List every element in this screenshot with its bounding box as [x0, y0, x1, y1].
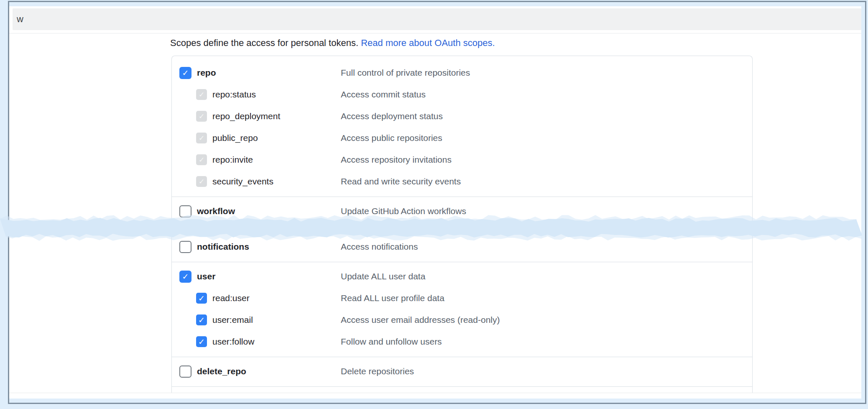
- scopes-list: ✓repoFull control of private repositorie…: [171, 56, 753, 393]
- note-input[interactable]: [13, 8, 861, 30]
- check-icon: ✓: [198, 316, 205, 324]
- checkbox-repo[interactable]: ✓: [179, 67, 191, 79]
- scopes-heading: Scopes define the access for personal to…: [170, 37, 495, 49]
- check-icon: ✓: [199, 178, 204, 185]
- check-icon: ✓: [199, 156, 204, 164]
- scope-description: Update ALL user data: [341, 271, 425, 281]
- scope-row-workflow: workflowUpdate GitHub Action workflows: [172, 200, 752, 222]
- checkbox-delete_repo[interactable]: [179, 366, 191, 378]
- check-icon: ✓: [199, 113, 204, 120]
- scope-group-notifications: notificationsAccess notifications: [172, 233, 752, 262]
- scope-description: Full control of private repositories: [341, 68, 470, 78]
- scope-label: user:follow: [212, 337, 254, 347]
- screen: Scopes define the access for personal to…: [0, 0, 868, 409]
- scope-description: Access notifications: [341, 242, 418, 252]
- scope-row-notifications: notificationsAccess notifications: [172, 236, 752, 258]
- checkbox-repo:invite: ✓: [196, 154, 207, 165]
- scope-group-user: ✓userUpdate ALL user data✓read:userRead …: [172, 262, 752, 357]
- scope-description: Access deployment status: [341, 111, 443, 121]
- scope-group-repo: ✓repoFull control of private repositorie…: [172, 59, 752, 197]
- page-bottom-divider: [9, 393, 861, 393]
- scope-row-public_repo: ✓public_repoAccess public repositories: [172, 127, 752, 149]
- checkbox-security_events: ✓: [196, 176, 207, 187]
- scope-row-read:user: ✓read:userRead ALL user profile data: [172, 287, 752, 309]
- scopes-heading-text: Scopes define the access for personal to…: [170, 38, 358, 48]
- scope-label: read:user: [212, 293, 250, 303]
- scope-description: Access commit status: [341, 89, 426, 100]
- scope-description: Update GitHub Action workflows: [341, 206, 466, 216]
- check-icon: ✓: [199, 91, 204, 98]
- scope-label: repo:status: [212, 89, 256, 100]
- checkbox-workflow[interactable]: [179, 205, 191, 217]
- scope-row-user:follow: ✓user:followFollow and unfollow users: [172, 331, 752, 353]
- scope-label: notifications: [197, 242, 249, 252]
- scope-divider: [172, 386, 752, 387]
- header-divider: [9, 33, 861, 33]
- scope-description: Access user email addresses (read-only): [341, 315, 500, 325]
- scope-description: Access public repositories: [341, 133, 442, 143]
- scope-description: Follow and unfollow users: [341, 337, 442, 347]
- check-icon: ✓: [198, 338, 205, 346]
- tear-gap: [172, 227, 752, 233]
- scope-row-repo:status: ✓repo:statusAccess commit status: [172, 84, 752, 105]
- scope-description: Read ALL user profile data: [341, 293, 444, 303]
- scope-label: repo: [197, 68, 216, 78]
- scope-group-workflow: workflowUpdate GitHub Action workflows: [172, 197, 752, 226]
- page: Scopes define the access for personal to…: [9, 6, 861, 399]
- scope-label: workflow: [197, 206, 235, 216]
- scope-row-user:email: ✓user:emailAccess user email addresses (…: [172, 309, 752, 331]
- scope-row-repo:invite: ✓repo:inviteAccess repository invitation…: [172, 149, 752, 171]
- checkbox-notifications[interactable]: [179, 241, 191, 253]
- scope-description: Read and write security events: [341, 176, 461, 187]
- check-icon: ✓: [198, 294, 205, 302]
- checkbox-public_repo: ✓: [196, 133, 207, 143]
- scope-row-repo: ✓repoFull control of private repositorie…: [172, 62, 752, 84]
- checkbox-user:email[interactable]: ✓: [196, 314, 207, 325]
- check-icon: ✓: [182, 69, 189, 77]
- scope-row-user: ✓userUpdate ALL user data: [172, 266, 752, 287]
- check-icon: ✓: [182, 273, 189, 281]
- scope-description: Access repository invitations: [341, 155, 452, 165]
- scope-label: user:email: [212, 315, 253, 325]
- oauth-scopes-link[interactable]: Read more about OAuth scopes.: [361, 38, 495, 48]
- check-icon: ✓: [199, 135, 204, 142]
- scope-row-security_events: ✓security_eventsRead and write security …: [172, 171, 752, 192]
- scope-label: user: [197, 271, 215, 281]
- scope-label: security_events: [212, 176, 273, 187]
- checkbox-repo_deployment: ✓: [196, 111, 207, 122]
- scope-group-delete_repo: delete_repoDelete repositories: [172, 357, 752, 386]
- scope-row-repo_deployment: ✓repo_deploymentAccess deployment status: [172, 105, 752, 127]
- checkbox-user:follow[interactable]: ✓: [196, 336, 207, 347]
- scope-label: delete_repo: [197, 366, 246, 376]
- scope-description: Delete repositories: [341, 366, 414, 376]
- checkbox-repo:status: ✓: [196, 89, 207, 100]
- scope-label: repo:invite: [212, 155, 253, 165]
- scope-row-delete_repo: delete_repoDelete repositories: [172, 360, 752, 382]
- scope-label: public_repo: [212, 133, 258, 143]
- checkbox-read:user[interactable]: ✓: [196, 293, 207, 304]
- checkbox-user[interactable]: ✓: [179, 271, 191, 283]
- scope-label: repo_deployment: [212, 111, 280, 121]
